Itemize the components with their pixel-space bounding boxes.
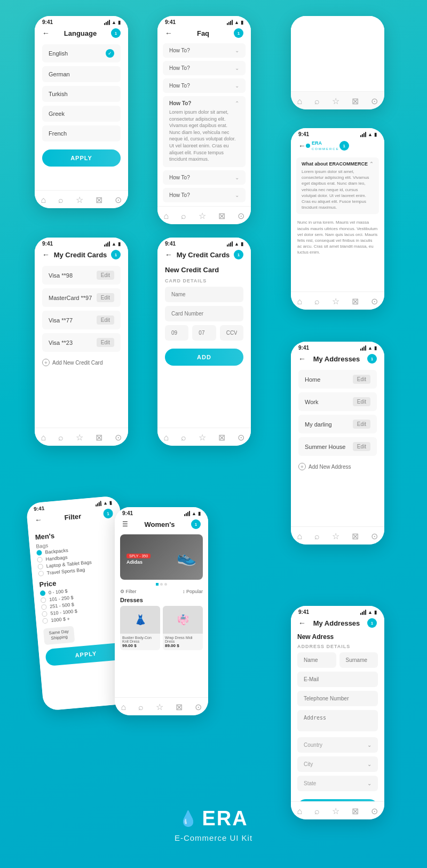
credit-card-item-mastercard97[interactable]: MasterCard **97 Edit xyxy=(42,288,121,307)
card-number-input[interactable] xyxy=(165,306,243,321)
back-button[interactable]: ← xyxy=(298,619,306,627)
edit-address-button[interactable]: Edit xyxy=(353,375,370,384)
nav-bag-icon[interactable]: ⊠ xyxy=(218,211,225,221)
nav-user-icon[interactable]: ⊙ xyxy=(371,531,378,541)
address-phone-input[interactable] xyxy=(297,691,378,706)
back-button[interactable]: ← xyxy=(298,354,306,363)
nav-star-icon[interactable]: ☆ xyxy=(199,432,206,443)
card-name-input[interactable] xyxy=(165,287,243,302)
nav-bag-icon[interactable]: ⊠ xyxy=(96,432,102,443)
nav-user-icon[interactable]: ⊙ xyxy=(371,96,378,106)
country-dropdown[interactable]: Country ⌄ xyxy=(297,737,378,753)
nav-star-icon[interactable]: ☆ xyxy=(156,702,163,712)
back-button[interactable]: ← xyxy=(34,515,42,524)
back-button[interactable]: ← xyxy=(42,29,50,37)
address-item-summerhouse[interactable]: Summer House Edit xyxy=(298,437,377,456)
sort-label[interactable]: ↕ Popular xyxy=(183,589,203,594)
nav-bag-icon[interactable]: ⊠ xyxy=(218,432,225,443)
faq-item-3[interactable]: How To? ⌄ xyxy=(163,78,246,93)
nav-star-icon[interactable]: ☆ xyxy=(332,96,339,106)
nav-user-icon[interactable]: ⊙ xyxy=(115,195,122,205)
nav-bag-icon[interactable]: ⊠ xyxy=(352,96,359,106)
nav-bag-icon[interactable]: ⊠ xyxy=(176,702,183,712)
menu-icon[interactable]: ☰ xyxy=(122,520,128,528)
nav-home-icon[interactable]: ⌂ xyxy=(121,703,126,712)
nav-search-icon[interactable]: ⌕ xyxy=(58,433,64,443)
nav-star-icon[interactable]: ☆ xyxy=(332,296,339,306)
edit-card-button[interactable]: Edit xyxy=(97,315,114,325)
nav-search-icon[interactable]: ⌕ xyxy=(314,297,320,306)
credit-card-item-visa23[interactable]: Visa **23 Edit xyxy=(42,333,121,352)
state-dropdown[interactable]: State ⌄ xyxy=(297,776,378,791)
card-year-input[interactable] xyxy=(192,325,216,341)
nav-user-icon[interactable]: ⊙ xyxy=(238,211,244,221)
language-item-turkish[interactable]: Turkish xyxy=(42,86,121,102)
language-item-french[interactable]: French xyxy=(42,125,121,141)
faq-item-2[interactable]: How To? ⌄ xyxy=(163,61,246,75)
city-dropdown[interactable]: City ⌄ xyxy=(297,756,378,772)
credit-card-item-visa77[interactable]: Visa **77 Edit xyxy=(42,311,121,329)
nav-home-icon[interactable]: ⌂ xyxy=(164,211,169,221)
back-button[interactable]: ← xyxy=(42,250,50,259)
back-button[interactable]: ← xyxy=(165,29,172,37)
nav-star-icon[interactable]: ☆ xyxy=(199,211,206,221)
nav-search-icon[interactable]: ⌕ xyxy=(181,433,186,443)
back-button[interactable]: ← xyxy=(165,250,172,259)
nav-user-icon[interactable]: ⊙ xyxy=(195,702,202,712)
language-item-greek[interactable]: Greek xyxy=(42,106,121,122)
nav-home-icon[interactable]: ⌂ xyxy=(41,195,46,205)
edit-address-button[interactable]: Edit xyxy=(353,420,370,429)
radio-icon xyxy=(41,604,47,610)
language-item-german[interactable]: German xyxy=(42,66,121,82)
language-item-english[interactable]: English ✓ xyxy=(42,44,121,62)
faq-item-5[interactable]: How To? ⌄ xyxy=(163,170,246,185)
nav-home-icon[interactable]: ⌂ xyxy=(297,97,303,106)
add-new-address-button[interactable]: + Add New Address xyxy=(298,460,377,474)
edit-card-button[interactable]: Edit xyxy=(97,293,114,302)
nav-home-icon[interactable]: ⌂ xyxy=(297,532,303,541)
edit-address-button[interactable]: Edit xyxy=(353,442,370,451)
nav-bag-icon[interactable]: ⊠ xyxy=(352,531,359,541)
nav-user-icon[interactable]: ⊙ xyxy=(238,432,244,443)
nav-bag-icon[interactable]: ⊠ xyxy=(352,296,359,306)
nav-search-icon[interactable]: ⌕ xyxy=(314,97,320,106)
nav-star-icon[interactable]: ☆ xyxy=(332,531,339,541)
nav-star-icon[interactable]: ☆ xyxy=(76,195,83,205)
nav-home-icon[interactable]: ⌂ xyxy=(164,433,169,443)
address-item-work[interactable]: Work Edit xyxy=(298,392,377,411)
add-credit-card-button[interactable]: ADD xyxy=(165,349,243,366)
nav-bag-icon[interactable]: ⊠ xyxy=(96,195,102,205)
apply-language-button[interactable]: APPLY xyxy=(42,149,121,167)
status-bar-new-address: 9:41 ▲ ▮ xyxy=(291,606,384,616)
time: 9:41 xyxy=(42,19,53,25)
address-email-input[interactable] xyxy=(297,672,378,687)
edit-card-button[interactable]: Edit xyxy=(97,338,114,347)
edit-card-button[interactable]: Edit xyxy=(97,271,114,280)
product-card-1[interactable]: 👗 Bustier Body-Con Knit Dress 99.00 $ xyxy=(120,606,160,650)
product-card-2[interactable]: 👘 Wrap Dress Midi Dress 89.00 $ xyxy=(163,606,203,650)
nav-user-icon[interactable]: ⊙ xyxy=(371,296,378,306)
address-item-home[interactable]: Home Edit xyxy=(298,370,377,389)
back-button[interactable]: ← xyxy=(298,141,306,150)
faq-item-1[interactable]: How To? ⌄ xyxy=(163,43,246,58)
nav-search-icon[interactable]: ⌕ xyxy=(314,532,320,541)
card-month-input[interactable] xyxy=(165,325,188,341)
nav-star-icon[interactable]: ☆ xyxy=(76,432,83,443)
address-name-input[interactable] xyxy=(297,652,336,668)
card-ccv-input[interactable] xyxy=(220,325,243,341)
add-new-credit-card-button[interactable]: + Add New Credit Card xyxy=(42,356,121,369)
address-surname-input[interactable] xyxy=(339,652,378,668)
faq-item-4-expanded[interactable]: How To? ⌃ Lorem ipsum dolor sit amet, co… xyxy=(163,96,246,167)
nav-home-icon[interactable]: ⌂ xyxy=(41,433,46,443)
address-address-input[interactable] xyxy=(297,710,378,731)
edit-address-button[interactable]: Edit xyxy=(353,397,370,406)
nav-search-icon[interactable]: ⌕ xyxy=(181,211,186,221)
nav-search-icon[interactable]: ⌕ xyxy=(138,703,144,712)
credit-card-item-visa98[interactable]: Visa **98 Edit xyxy=(42,266,121,285)
nav-user-icon[interactable]: ⊙ xyxy=(115,432,122,443)
nav-search-icon[interactable]: ⌕ xyxy=(58,195,64,205)
nav-home-icon[interactable]: ⌂ xyxy=(297,297,303,306)
filter-label[interactable]: ⚙ Filter xyxy=(120,589,137,594)
faq-item-6[interactable]: How To? ⌄ xyxy=(163,188,246,202)
address-item-mydarling[interactable]: My darling Edit xyxy=(298,415,377,433)
